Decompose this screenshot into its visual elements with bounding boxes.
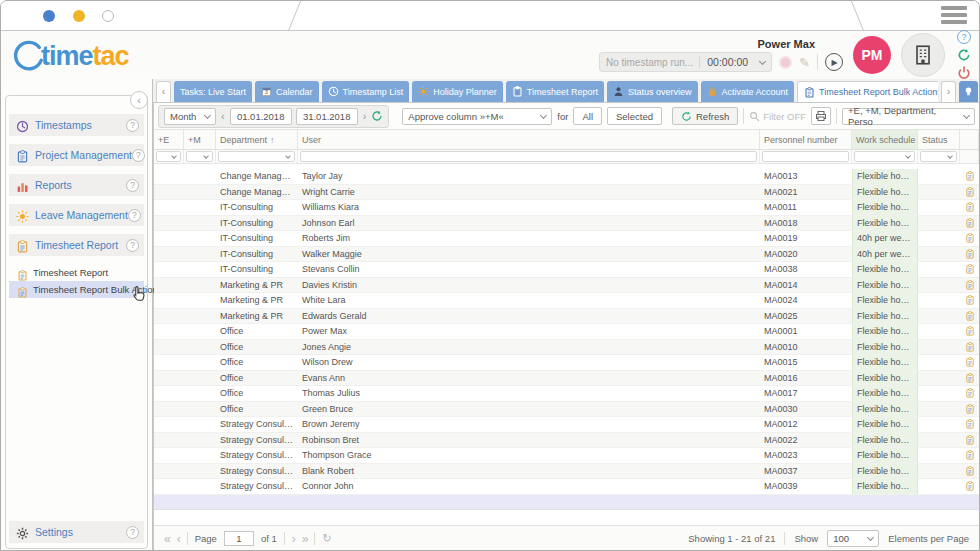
timesheet-icon[interactable] xyxy=(965,404,975,414)
timesheet-icon[interactable] xyxy=(965,311,975,321)
table-row[interactable]: Strategy ConsultingBlank RobertMA0037Fle… xyxy=(154,464,979,480)
date-from-input[interactable] xyxy=(230,108,292,125)
timesheet-icon[interactable] xyxy=(965,233,975,243)
table-row[interactable]: Strategy ConsultingConnor JohnMA0039Flex… xyxy=(154,479,979,495)
timesheet-icon[interactable] xyxy=(965,419,975,429)
help-icon[interactable]: ? xyxy=(132,149,145,162)
first-page-button[interactable]: « xyxy=(164,532,170,546)
help-icon[interactable]: ? xyxy=(128,209,141,222)
timesheet-icon[interactable] xyxy=(965,388,975,398)
timesheet-icon[interactable] xyxy=(965,373,975,383)
refresh-period-icon[interactable] xyxy=(371,110,383,122)
empty-highlighted-row[interactable] xyxy=(154,495,979,511)
next-page-button[interactable]: › xyxy=(292,532,295,546)
sidebar-subitem-timesheet-report-bulk-actions[interactable]: Timesheet Report Bulk Actions xyxy=(9,281,144,298)
table-row[interactable]: OfficeJones AngieMA0010Flexible hours: 4… xyxy=(154,340,979,356)
table-row[interactable]: Marketing & PREdwards GeraldMA0025Flexib… xyxy=(154,309,979,325)
filter-department[interactable] xyxy=(218,151,295,162)
column-header-user[interactable]: User xyxy=(298,130,760,149)
prev-period-button[interactable]: ‹ xyxy=(220,110,226,122)
tab-timesheet-report[interactable]: Timesheet Report xyxy=(506,81,604,102)
date-to-input[interactable] xyxy=(296,108,358,125)
timesheet-icon[interactable] xyxy=(965,295,975,305)
table-row[interactable]: OfficeEvans AnnMA0016Flexible hours: 4..… xyxy=(154,371,979,387)
help-icon[interactable]: ? xyxy=(957,30,971,44)
page-size-select[interactable]: 100 xyxy=(827,530,879,547)
table-row[interactable]: IT-ConsultingWilliams KiaraMA0011Flexibl… xyxy=(154,200,979,216)
reload-page-icon[interactable]: ↻ xyxy=(322,532,330,545)
table-row[interactable]: IT-ConsultingRoberts JimMA001940h per we… xyxy=(154,231,979,247)
columns-select[interactable]: +E, +M, Department, Perso xyxy=(842,108,975,125)
last-page-button[interactable]: » xyxy=(302,532,308,546)
window-dot-yellow[interactable] xyxy=(73,10,85,22)
sidebar-subitem-timesheet-report[interactable]: Timesheet Report xyxy=(9,264,144,281)
help-icon[interactable]: ? xyxy=(126,179,139,192)
tab-timestamp-list[interactable]: Timestamp List xyxy=(322,81,410,102)
refresh-button[interactable]: Refresh xyxy=(672,107,738,125)
timesheet-icon[interactable] xyxy=(965,218,975,228)
timesheet-icon[interactable] xyxy=(965,466,975,476)
timesheet-icon[interactable] xyxy=(965,342,975,352)
column-header-status[interactable]: Status xyxy=(918,130,960,149)
tab-calendar[interactable]: 3Calendar xyxy=(255,81,319,102)
next-period-button[interactable]: › xyxy=(362,110,368,122)
tab-timesheet-report-bulk-actions[interactable]: Timesheet Report Bulk Actions× xyxy=(797,81,938,102)
table-row[interactable]: OfficePower MaxMA0001Flexible hours: 4..… xyxy=(154,324,979,340)
filter-user[interactable] xyxy=(300,151,757,162)
column-header-plusE[interactable]: +E xyxy=(154,130,184,149)
prev-page-button[interactable]: ‹ xyxy=(177,532,180,546)
help-icon[interactable]: ? xyxy=(126,239,139,252)
table-row[interactable]: IT-ConsultingStevans CollinMA0038Flexibl… xyxy=(154,262,979,278)
help-icon[interactable]: ? xyxy=(126,119,139,132)
sidebar-item-leave-management[interactable]: Leave Management? xyxy=(9,204,144,226)
tab-tasks-live-start[interactable]: Tasks: Live Start xyxy=(174,81,252,102)
filter-status[interactable] xyxy=(920,151,957,162)
table-row[interactable]: Marketing & PRDavies KristinMA0014Flexib… xyxy=(154,278,979,294)
bulk-action-select[interactable]: Approve column »+M« xyxy=(402,108,552,125)
apply-all-button[interactable]: All xyxy=(573,107,602,125)
filter-plusM[interactable] xyxy=(186,151,213,162)
timesheet-icon[interactable] xyxy=(965,187,975,197)
table-row[interactable]: Marketing & PRWhite LaraMA0024Flexible h… xyxy=(154,293,979,309)
organization-button[interactable] xyxy=(901,33,945,77)
table-row[interactable]: IT-ConsultingJohnson EarlMA0018Flexible … xyxy=(154,216,979,232)
sidebar-item-reports[interactable]: Reports? xyxy=(9,174,144,196)
timesheet-icon[interactable] xyxy=(965,249,975,259)
timesheet-icon[interactable] xyxy=(965,435,975,445)
timesheet-icon[interactable] xyxy=(965,326,975,336)
refresh-icon[interactable] xyxy=(957,48,971,62)
sidebar-item-timesheet-report[interactable]: Timesheet Report? xyxy=(9,234,144,256)
table-row[interactable]: OfficeThomas JuliusMA0017Flexible hours:… xyxy=(154,386,979,402)
window-dot-blue[interactable] xyxy=(43,10,55,22)
timesheet-icon[interactable] xyxy=(965,202,975,212)
table-row[interactable]: Change ManagementWright CarrieMA0021Flex… xyxy=(154,185,979,201)
filter-schedule[interactable] xyxy=(854,151,915,162)
filter-personnel[interactable] xyxy=(762,151,849,162)
timesheet-icon[interactable] xyxy=(965,450,975,460)
tab-activate-account[interactable]: Activate Account xyxy=(701,81,795,102)
timesheet-icon[interactable] xyxy=(965,171,975,181)
chevron-down-icon[interactable] xyxy=(759,57,766,64)
sidebar-collapse-button[interactable]: ‹ xyxy=(130,91,148,109)
tab-status-overview[interactable]: Status overview xyxy=(607,81,698,102)
tabs-scroll-left-button[interactable]: ‹ xyxy=(156,81,171,102)
table-row[interactable]: Strategy ConsultingRobinson BretMA0022Fl… xyxy=(154,433,979,449)
table-row[interactable]: Change ManagementTaylor JayMA0013Flexibl… xyxy=(154,169,979,185)
timesheet-icon[interactable] xyxy=(965,481,975,491)
avatar[interactable]: PM xyxy=(853,36,891,74)
timesheet-icon[interactable] xyxy=(965,280,975,290)
filter-off-button[interactable]: Filter OFF xyxy=(749,111,806,122)
table-row[interactable]: OfficeGreen BruceMA0030Flexible hours: 4… xyxy=(154,402,979,418)
table-row[interactable]: OfficeWilson DrewMA0015Flexible hours: 4… xyxy=(154,355,979,371)
tabs-scroll-right-button[interactable]: › xyxy=(941,81,956,102)
print-button[interactable] xyxy=(811,107,831,125)
sidebar-item-project-management[interactable]: Project Management? xyxy=(9,144,144,166)
column-header-personnel[interactable]: Personnel number xyxy=(760,130,852,149)
play-button[interactable]: ▶ xyxy=(825,53,843,71)
table-row[interactable]: IT-ConsultingWalker MaggieMA002040h per … xyxy=(154,247,979,263)
help-icon[interactable]: ? xyxy=(126,526,139,539)
sidebar-item-settings[interactable]: Settings ? xyxy=(9,521,144,543)
tip-button[interactable] xyxy=(959,81,978,102)
table-row[interactable]: Strategy ConsultingBrown JeremyMA0012Fle… xyxy=(154,417,979,433)
apply-selected-button[interactable]: Selected xyxy=(607,107,662,125)
